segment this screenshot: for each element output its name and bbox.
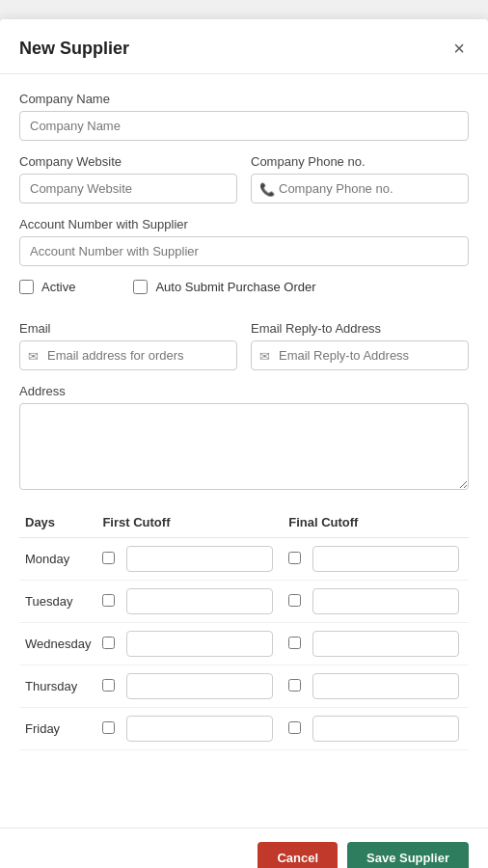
first-cutoff-input-thursday[interactable]: [126, 673, 273, 699]
first-cutoff-input-tuesday[interactable]: [126, 588, 273, 614]
phone-input-wrapper: 📞: [251, 174, 469, 203]
first-cutoff-checkbox-tuesday[interactable]: [102, 594, 115, 607]
account-number-group: Account Number with Supplier: [19, 217, 469, 266]
address-label: Address: [19, 384, 469, 398]
day-cell: Tuesday: [19, 581, 96, 623]
final-cutoff-check-cell: [283, 623, 307, 665]
active-checkbox[interactable]: [19, 280, 34, 294]
first-cutoff-check-cell: [96, 581, 121, 623]
company-phone-input[interactable]: [251, 174, 469, 203]
final-cutoff-checkbox-monday[interactable]: [288, 552, 301, 564]
first-cutoff-input-cell: [121, 708, 283, 750]
table-row: Friday: [19, 708, 469, 750]
modal-title: New Supplier: [19, 39, 129, 59]
company-name-input[interactable]: [19, 111, 469, 141]
company-phone-label: Company Phone no.: [251, 154, 469, 169]
final-cutoff-check-cell: [283, 708, 307, 750]
auto-submit-checkbox[interactable]: [133, 280, 148, 294]
email-col: Email ✉: [19, 321, 237, 384]
final-cutoff-input-tuesday[interactable]: [312, 588, 459, 614]
modal-header: New Supplier ×: [0, 19, 488, 74]
final-cutoff-input-monday[interactable]: [312, 546, 459, 572]
final-cutoff-checkbox-thursday[interactable]: [288, 679, 301, 692]
final-cutoff-input-cell: [307, 665, 469, 708]
day-cell: Friday: [19, 708, 96, 750]
email-label: Email: [19, 321, 237, 336]
first-cutoff-checkbox-wednesday[interactable]: [102, 637, 115, 649]
modal-footer: Cancel Save Supplier: [0, 827, 488, 868]
first-cutoff-input-cell: [121, 538, 283, 581]
first-cutoff-checkbox-thursday[interactable]: [102, 679, 115, 692]
day-cell: Thursday: [19, 665, 96, 708]
cancel-button[interactable]: Cancel: [258, 842, 338, 868]
first-cutoff-check-cell: [96, 665, 121, 708]
new-supplier-modal: New Supplier × Company Name Company Webs…: [0, 19, 488, 868]
active-label: Active: [41, 280, 75, 294]
final-cutoff-input-cell: [307, 708, 469, 750]
phone-icon: 📞: [259, 181, 275, 196]
email-icon: ✉: [28, 348, 39, 363]
save-supplier-button[interactable]: Save Supplier: [347, 842, 469, 868]
cutoff-table-header-row: Days First Cutoff Final Cutoff: [19, 507, 469, 538]
email-row: Email ✉ Email Reply-to Address ✉: [19, 321, 469, 384]
company-name-label: Company Name: [19, 92, 469, 106]
account-number-label: Account Number with Supplier: [19, 217, 469, 231]
first-cutoff-input-wednesday[interactable]: [126, 631, 273, 657]
final-cutoff-input-cell: [307, 538, 469, 581]
address-input[interactable]: [19, 403, 469, 490]
address-group: Address: [19, 384, 469, 494]
email-reply-group: Email Reply-to Address ✉: [251, 321, 469, 370]
email-group: Email ✉: [19, 321, 237, 370]
first-cutoff-check-cell: [96, 623, 121, 665]
company-website-group: Company Website: [19, 154, 237, 203]
account-number-input[interactable]: [19, 236, 469, 266]
active-checkbox-row: Active: [19, 280, 75, 294]
final-cutoff-input-cell: [307, 581, 469, 623]
first-cutoff-check-cell: [96, 538, 121, 581]
email-reply-label: Email Reply-to Address: [251, 321, 469, 336]
email-reply-col: Email Reply-to Address ✉: [251, 321, 469, 384]
first-cutoff-input-friday[interactable]: [126, 716, 273, 742]
first-cutoff-check-cell: [96, 708, 121, 750]
final-cutoff-input-wednesday[interactable]: [312, 631, 459, 657]
final-cutoff-checkbox-wednesday[interactable]: [288, 637, 301, 649]
email-reply-input-wrapper: ✉: [251, 340, 469, 370]
auto-submit-checkbox-row: Auto Submit Purchase Order: [133, 280, 315, 294]
close-button[interactable]: ×: [449, 37, 469, 60]
final-cutoff-input-thursday[interactable]: [312, 673, 459, 699]
company-website-input[interactable]: [19, 174, 237, 203]
final-cutoff-check-cell: [283, 665, 307, 708]
first-cutoff-input-cell: [121, 581, 283, 623]
checkbox-group: Active Auto Submit Purchase Order: [19, 280, 469, 308]
company-website-label: Company Website: [19, 154, 237, 169]
email-reply-icon: ✉: [259, 348, 270, 363]
auto-submit-label: Auto Submit Purchase Order: [155, 280, 315, 294]
first-cutoff-checkbox-friday[interactable]: [102, 721, 115, 734]
first-cutoff-input-monday[interactable]: [126, 546, 273, 572]
day-cell: Monday: [19, 538, 96, 581]
final-cutoff-input-friday[interactable]: [312, 716, 459, 742]
table-row: Monday: [19, 538, 469, 581]
day-cell: Wednesday: [19, 623, 96, 665]
final-cutoff-checkbox-friday[interactable]: [288, 721, 301, 734]
company-phone-group: Company Phone no. 📞: [251, 154, 469, 203]
final-cutoff-check-cell: [283, 538, 307, 581]
table-row: Wednesday: [19, 623, 469, 665]
email-input-wrapper: ✉: [19, 340, 237, 370]
email-reply-input[interactable]: [251, 340, 469, 370]
website-phone-row: Company Website Company Phone no. 📞: [19, 154, 469, 217]
final-cutoff-checkbox-tuesday[interactable]: [288, 594, 301, 607]
cutoff-table: Days First Cutoff Final Cutoff Monday Tu…: [19, 507, 469, 750]
first-cutoff-checkbox-monday[interactable]: [102, 552, 115, 564]
modal-body: Company Name Company Website Company Pho…: [0, 74, 488, 827]
final-cutoff-check-cell: [283, 581, 307, 623]
final-cutoff-input-cell: [307, 623, 469, 665]
phone-col: Company Phone no. 📞: [251, 154, 469, 217]
website-col: Company Website: [19, 154, 237, 217]
company-name-group: Company Name: [19, 92, 469, 141]
first-cutoff-input-cell: [121, 623, 283, 665]
email-input[interactable]: [19, 340, 237, 370]
first-cutoff-header: First Cutoff: [96, 507, 283, 538]
first-cutoff-input-cell: [121, 665, 283, 708]
days-header: Days: [19, 507, 96, 538]
